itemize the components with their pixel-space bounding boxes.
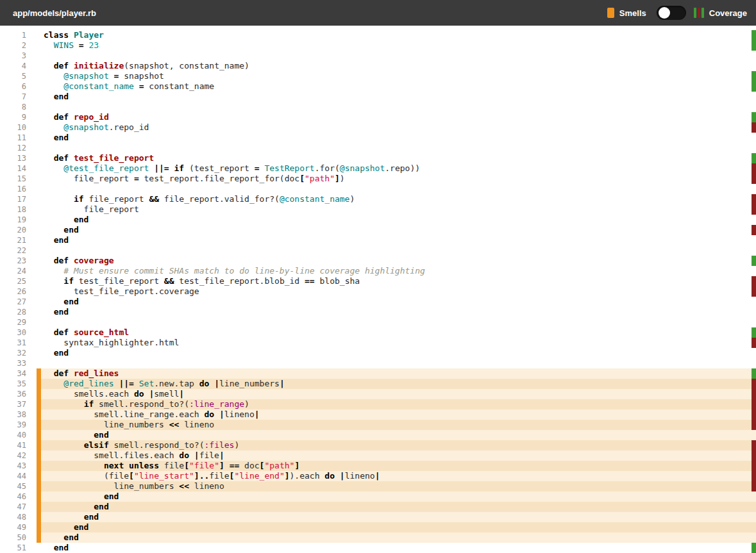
code-text: file_report = test_report.file_report_fo… [44,174,756,184]
gutter-spacer [26,399,37,409]
code-text: end [44,348,756,358]
toggle-knob[interactable] [659,7,670,19]
gutter-spacer [26,153,37,163]
code-line-content: @constant_name = constant_name [41,81,756,92]
code-line: 47 end [0,502,756,512]
code-text: end [44,430,756,440]
smell-marker-empty [37,235,41,245]
code-line: 15 file_report = test_report.file_report… [0,174,756,184]
gutter-spacer [26,256,37,266]
code-line: 20 end [0,225,756,235]
line-number: 31 [0,338,26,348]
code-line: 22 [0,245,756,256]
code-line: 12 [0,143,756,153]
line-number: 36 [0,389,26,399]
code-text: end [44,307,756,317]
coverage-mark-uncovered [752,276,756,286]
line-number: 42 [0,450,26,461]
code-line: 10 @snapshot.repo_id [0,122,756,133]
code-line: 25 if test_file_report && test_file_repo… [0,276,756,286]
line-number: 11 [0,133,26,143]
header-controls: Smells Coverage [607,6,747,20]
smell-marker-empty [37,266,41,276]
line-number: 1 [0,30,26,40]
code-line: 19 end [0,215,756,225]
code-text: def red_lines [44,368,756,379]
code-line-content: def repo_id [41,112,756,122]
smell-highlighted-line: end [41,532,756,543]
smell-marker-empty [37,327,41,338]
code-text: end [44,491,756,502]
line-number: 6 [0,81,26,92]
smell-marker-empty [37,245,41,256]
gutter-spacer [26,317,37,327]
smell-highlighted-line: @red_lines ||= Set.new.tap do |line_numb… [41,379,756,389]
code-line-content: # Must ensure commit SHAs match to do li… [41,266,756,276]
code-text: def repo_id [44,112,756,122]
line-number: 26 [0,286,26,297]
line-number: 9 [0,112,26,122]
gutter-spacer [26,215,37,225]
header: app/models/player.rb Smells Coverage [0,0,756,26]
line-number: 49 [0,522,26,532]
code-line: 1class Player [0,30,756,40]
gutter-spacer [26,512,37,522]
line-number: 46 [0,491,26,502]
smells-coverage-toggle[interactable] [657,6,686,20]
code-line: 40 end [0,430,756,440]
gutter-spacer [26,450,37,461]
code-line-content [41,245,756,256]
code-line-content [41,51,756,61]
line-number: 15 [0,174,26,184]
code-line-content: def test_file_report [41,153,756,163]
coverage-mark-uncovered [752,389,756,399]
code-line: 35 @red_lines ||= Set.new.tap do |line_n… [0,379,756,389]
smell-marker-empty [37,112,41,122]
smell-marker-empty [37,133,41,143]
code-text: # Must ensure commit SHAs match to do li… [44,266,756,276]
coverage-mark-uncovered [752,461,756,471]
code-line-content: class Player [41,30,756,40]
code-line-content: if test_file_report && test_file_report.… [41,276,756,286]
smell-marker-empty [37,92,41,102]
code-line-content: end [41,215,756,225]
code-line: 39 line_numbers << lineno [0,420,756,430]
code-text: @snapshot.repo_id [44,122,756,133]
code-text: end [44,133,756,143]
code-text: def initialize(snapshot, constant_name) [44,61,756,71]
smells-label[interactable]: Smells [619,8,646,18]
coverage-mark-uncovered [752,194,756,204]
code-line: 2 WINS = 23 [0,40,756,51]
line-number: 18 [0,204,26,215]
smell-highlighted-line: end [41,430,756,440]
code-line-content: if file_report && file_report.valid_for?… [41,194,756,204]
coverage-mark-covered [752,112,756,122]
code-text: if smell.respond_to?(:line_range) [44,399,756,409]
gutter-spacer [26,481,37,491]
gutter-spacer [26,71,37,81]
coverage-mark-uncovered [752,204,756,215]
line-number: 40 [0,430,26,440]
code-line: 38 smell.line_range.each do |lineno| [0,409,756,420]
line-number: 44 [0,471,26,481]
gutter-spacer [26,430,37,440]
coverage-mark-uncovered [752,420,756,430]
code-text: @red_lines ||= Set.new.tap do |line_numb… [44,379,756,389]
gutter-spacer [26,235,37,245]
line-number: 4 [0,61,26,71]
code-line-content: end [41,348,756,358]
coverage-mark-uncovered [752,174,756,184]
gutter-spacer [26,245,37,256]
coverage-label[interactable]: Coverage [709,8,747,18]
line-number: 12 [0,143,26,153]
smell-marker-empty [37,286,41,297]
smell-highlighted-line: smell.files.each do |file| [41,450,756,461]
coverage-icon-stripe [701,8,704,18]
code-line-content: end [41,543,756,553]
line-number: 25 [0,276,26,286]
smell-marker [37,481,41,491]
smell-marker [37,532,41,543]
code-text: end [44,215,756,225]
coverage-mark-covered [752,543,756,553]
line-number: 38 [0,409,26,420]
